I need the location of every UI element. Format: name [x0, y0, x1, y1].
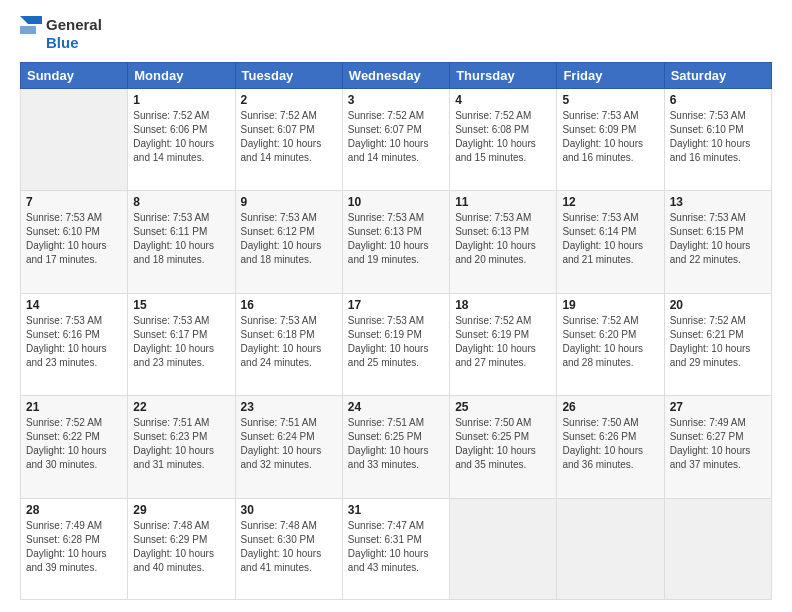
- day-number: 25: [455, 400, 551, 414]
- calendar-week-row: 1Sunrise: 7:52 AMSunset: 6:06 PMDaylight…: [21, 89, 772, 191]
- day-number: 26: [562, 400, 658, 414]
- logo-general: General: [46, 16, 102, 34]
- day-info: Sunrise: 7:50 AMSunset: 6:26 PMDaylight:…: [562, 416, 658, 472]
- day-info: Sunrise: 7:48 AMSunset: 6:30 PMDaylight:…: [241, 519, 337, 575]
- day-number: 22: [133, 400, 229, 414]
- day-info: Sunrise: 7:48 AMSunset: 6:29 PMDaylight:…: [133, 519, 229, 575]
- day-number: 20: [670, 298, 766, 312]
- day-info: Sunrise: 7:53 AMSunset: 6:10 PMDaylight:…: [670, 109, 766, 165]
- day-info: Sunrise: 7:51 AMSunset: 6:23 PMDaylight:…: [133, 416, 229, 472]
- day-info: Sunrise: 7:49 AMSunset: 6:28 PMDaylight:…: [26, 519, 122, 575]
- calendar-cell: 11Sunrise: 7:53 AMSunset: 6:13 PMDayligh…: [450, 191, 557, 293]
- calendar-cell: 21Sunrise: 7:52 AMSunset: 6:22 PMDayligh…: [21, 396, 128, 498]
- day-number: 19: [562, 298, 658, 312]
- logo-chevron-icon: [20, 16, 42, 52]
- calendar-cell: 30Sunrise: 7:48 AMSunset: 6:30 PMDayligh…: [235, 498, 342, 599]
- column-header-sunday: Sunday: [21, 63, 128, 89]
- page: General Blue SundayMondayTuesdayWednesda…: [0, 0, 792, 612]
- calendar-cell: 9Sunrise: 7:53 AMSunset: 6:12 PMDaylight…: [235, 191, 342, 293]
- calendar-cell: 15Sunrise: 7:53 AMSunset: 6:17 PMDayligh…: [128, 293, 235, 395]
- calendar-week-row: 14Sunrise: 7:53 AMSunset: 6:16 PMDayligh…: [21, 293, 772, 395]
- day-info: Sunrise: 7:53 AMSunset: 6:18 PMDaylight:…: [241, 314, 337, 370]
- day-number: 16: [241, 298, 337, 312]
- calendar-cell: [557, 498, 664, 599]
- day-info: Sunrise: 7:53 AMSunset: 6:12 PMDaylight:…: [241, 211, 337, 267]
- column-header-friday: Friday: [557, 63, 664, 89]
- column-header-wednesday: Wednesday: [342, 63, 449, 89]
- day-number: 4: [455, 93, 551, 107]
- logo-blue: Blue: [46, 34, 102, 52]
- day-info: Sunrise: 7:53 AMSunset: 6:17 PMDaylight:…: [133, 314, 229, 370]
- calendar-cell: 25Sunrise: 7:50 AMSunset: 6:25 PMDayligh…: [450, 396, 557, 498]
- day-info: Sunrise: 7:47 AMSunset: 6:31 PMDaylight:…: [348, 519, 444, 575]
- day-number: 23: [241, 400, 337, 414]
- calendar-cell: 22Sunrise: 7:51 AMSunset: 6:23 PMDayligh…: [128, 396, 235, 498]
- calendar-cell: 28Sunrise: 7:49 AMSunset: 6:28 PMDayligh…: [21, 498, 128, 599]
- calendar-cell: 2Sunrise: 7:52 AMSunset: 6:07 PMDaylight…: [235, 89, 342, 191]
- day-info: Sunrise: 7:53 AMSunset: 6:09 PMDaylight:…: [562, 109, 658, 165]
- day-number: 31: [348, 503, 444, 517]
- calendar-table: SundayMondayTuesdayWednesdayThursdayFrid…: [20, 62, 772, 600]
- calendar-cell: 18Sunrise: 7:52 AMSunset: 6:19 PMDayligh…: [450, 293, 557, 395]
- calendar-cell: 17Sunrise: 7:53 AMSunset: 6:19 PMDayligh…: [342, 293, 449, 395]
- day-number: 1: [133, 93, 229, 107]
- day-number: 29: [133, 503, 229, 517]
- calendar-cell: 13Sunrise: 7:53 AMSunset: 6:15 PMDayligh…: [664, 191, 771, 293]
- calendar-cell: 8Sunrise: 7:53 AMSunset: 6:11 PMDaylight…: [128, 191, 235, 293]
- day-info: Sunrise: 7:53 AMSunset: 6:10 PMDaylight:…: [26, 211, 122, 267]
- calendar-cell: 6Sunrise: 7:53 AMSunset: 6:10 PMDaylight…: [664, 89, 771, 191]
- calendar-cell: 1Sunrise: 7:52 AMSunset: 6:06 PMDaylight…: [128, 89, 235, 191]
- calendar-cell: 7Sunrise: 7:53 AMSunset: 6:10 PMDaylight…: [21, 191, 128, 293]
- day-number: 21: [26, 400, 122, 414]
- day-info: Sunrise: 7:53 AMSunset: 6:19 PMDaylight:…: [348, 314, 444, 370]
- day-info: Sunrise: 7:53 AMSunset: 6:13 PMDaylight:…: [455, 211, 551, 267]
- day-info: Sunrise: 7:52 AMSunset: 6:07 PMDaylight:…: [348, 109, 444, 165]
- column-header-thursday: Thursday: [450, 63, 557, 89]
- day-number: 6: [670, 93, 766, 107]
- calendar-cell: 20Sunrise: 7:52 AMSunset: 6:21 PMDayligh…: [664, 293, 771, 395]
- day-number: 10: [348, 195, 444, 209]
- day-info: Sunrise: 7:51 AMSunset: 6:25 PMDaylight:…: [348, 416, 444, 472]
- calendar-week-row: 28Sunrise: 7:49 AMSunset: 6:28 PMDayligh…: [21, 498, 772, 599]
- logo: General Blue: [20, 16, 102, 52]
- day-number: 8: [133, 195, 229, 209]
- calendar-cell: 5Sunrise: 7:53 AMSunset: 6:09 PMDaylight…: [557, 89, 664, 191]
- day-info: Sunrise: 7:53 AMSunset: 6:11 PMDaylight:…: [133, 211, 229, 267]
- calendar-cell: 4Sunrise: 7:52 AMSunset: 6:08 PMDaylight…: [450, 89, 557, 191]
- calendar-cell: 23Sunrise: 7:51 AMSunset: 6:24 PMDayligh…: [235, 396, 342, 498]
- calendar-cell: 14Sunrise: 7:53 AMSunset: 6:16 PMDayligh…: [21, 293, 128, 395]
- day-number: 9: [241, 195, 337, 209]
- day-info: Sunrise: 7:52 AMSunset: 6:22 PMDaylight:…: [26, 416, 122, 472]
- day-info: Sunrise: 7:52 AMSunset: 6:06 PMDaylight:…: [133, 109, 229, 165]
- header: General Blue: [20, 16, 772, 52]
- day-number: 27: [670, 400, 766, 414]
- day-number: 7: [26, 195, 122, 209]
- calendar-cell: 24Sunrise: 7:51 AMSunset: 6:25 PMDayligh…: [342, 396, 449, 498]
- svg-marker-1: [20, 26, 36, 34]
- svg-marker-0: [20, 16, 42, 24]
- calendar-cell: 29Sunrise: 7:48 AMSunset: 6:29 PMDayligh…: [128, 498, 235, 599]
- day-info: Sunrise: 7:53 AMSunset: 6:13 PMDaylight:…: [348, 211, 444, 267]
- calendar-cell: 26Sunrise: 7:50 AMSunset: 6:26 PMDayligh…: [557, 396, 664, 498]
- day-number: 24: [348, 400, 444, 414]
- column-header-saturday: Saturday: [664, 63, 771, 89]
- calendar-week-row: 7Sunrise: 7:53 AMSunset: 6:10 PMDaylight…: [21, 191, 772, 293]
- calendar-cell: [21, 89, 128, 191]
- day-info: Sunrise: 7:52 AMSunset: 6:08 PMDaylight:…: [455, 109, 551, 165]
- day-info: Sunrise: 7:52 AMSunset: 6:21 PMDaylight:…: [670, 314, 766, 370]
- day-info: Sunrise: 7:49 AMSunset: 6:27 PMDaylight:…: [670, 416, 766, 472]
- column-header-monday: Monday: [128, 63, 235, 89]
- day-info: Sunrise: 7:52 AMSunset: 6:19 PMDaylight:…: [455, 314, 551, 370]
- day-number: 30: [241, 503, 337, 517]
- calendar-cell: 3Sunrise: 7:52 AMSunset: 6:07 PMDaylight…: [342, 89, 449, 191]
- calendar-cell: 12Sunrise: 7:53 AMSunset: 6:14 PMDayligh…: [557, 191, 664, 293]
- day-info: Sunrise: 7:52 AMSunset: 6:20 PMDaylight:…: [562, 314, 658, 370]
- day-info: Sunrise: 7:52 AMSunset: 6:07 PMDaylight:…: [241, 109, 337, 165]
- calendar-week-row: 21Sunrise: 7:52 AMSunset: 6:22 PMDayligh…: [21, 396, 772, 498]
- day-info: Sunrise: 7:53 AMSunset: 6:15 PMDaylight:…: [670, 211, 766, 267]
- day-number: 18: [455, 298, 551, 312]
- day-number: 11: [455, 195, 551, 209]
- day-number: 13: [670, 195, 766, 209]
- day-number: 15: [133, 298, 229, 312]
- day-number: 2: [241, 93, 337, 107]
